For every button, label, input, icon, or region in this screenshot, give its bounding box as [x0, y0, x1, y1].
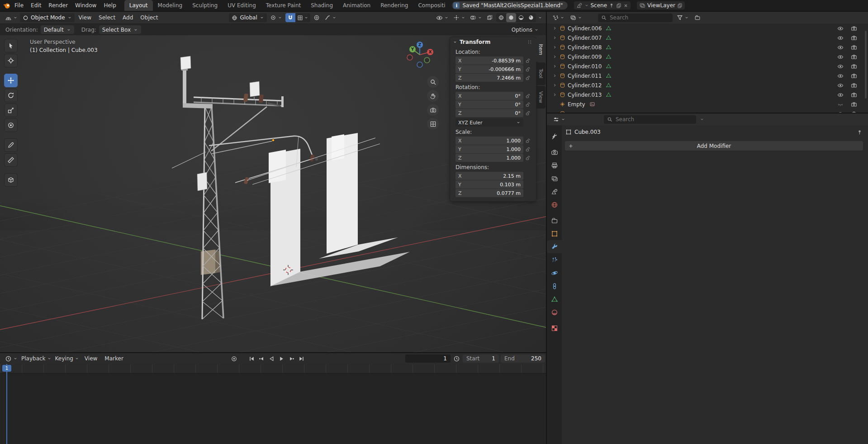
lock-location-y[interactable] [523, 66, 532, 72]
snap-target-selector[interactable] [295, 13, 310, 22]
expand-icon[interactable] [552, 111, 557, 113]
current-frame-field[interactable]: 1 [405, 354, 451, 363]
hide-eye-icon[interactable] [837, 63, 844, 70]
rotation-y-field[interactable]: Y0° [455, 100, 523, 109]
proportional-falloff-selector[interactable] [323, 14, 338, 22]
tab-scene[interactable] [547, 185, 562, 198]
add-modifier-button[interactable]: Add Modifier [564, 141, 863, 151]
sidebar-tab-view[interactable]: View [536, 86, 545, 109]
scene-name[interactable]: Scene [591, 2, 607, 9]
tab-view-layer[interactable] [547, 172, 562, 185]
workspace-tab-texture-paint[interactable]: Texture Paint [261, 0, 306, 11]
xray-toggle[interactable] [485, 14, 494, 22]
workspace-tab-uv-editing[interactable]: UV Editing [223, 0, 261, 11]
disable-render-camera-icon[interactable] [851, 35, 857, 41]
orientation-setting-selector[interactable]: Default [41, 25, 74, 34]
menu-file[interactable]: File [11, 0, 27, 11]
location-y-field[interactable]: Y-0.000666 m [455, 65, 523, 73]
view-layer-icon[interactable] [639, 2, 645, 9]
object-name[interactable]: Cylinder.006 [568, 25, 602, 32]
lock-location-z[interactable] [523, 75, 532, 80]
lock-rotation-z[interactable] [523, 110, 532, 116]
expand-icon[interactable] [552, 54, 557, 59]
show-overlays-selector[interactable] [469, 14, 484, 22]
drag-setting-selector[interactable]: Select Box [99, 25, 141, 34]
pan-button[interactable] [427, 90, 439, 102]
tab-particles[interactable] [547, 253, 562, 266]
tab-render[interactable] [547, 146, 562, 159]
disable-render-camera-icon[interactable] [851, 54, 857, 60]
outliner-row-partial[interactable] [547, 109, 868, 113]
grip-icon[interactable] [527, 39, 532, 45]
hide-eye-icon[interactable] [837, 111, 844, 113]
plane-object[interactable] [269, 150, 286, 183]
snap-toggle[interactable] [285, 13, 295, 22]
disable-render-camera-icon[interactable] [851, 101, 857, 108]
outliner-row-cylinder-011[interactable]: Cylinder.011 [547, 71, 868, 80]
unlink-scene-icon[interactable] [623, 3, 628, 8]
editor-type-selector[interactable] [550, 14, 566, 22]
navigation-gizmo[interactable]: Z Y X [406, 41, 434, 69]
menu-view[interactable]: View [76, 14, 95, 21]
workspace-tab-modeling[interactable]: Modeling [153, 0, 188, 11]
chevron-down-icon[interactable] [584, 3, 589, 8]
keying-menu[interactable]: Keying [54, 354, 81, 363]
frame-start-field[interactable]: Start 1 [463, 354, 499, 363]
tool-annotate[interactable] [4, 138, 18, 152]
scale-x-field[interactable]: X1.000 [455, 137, 523, 145]
rotation-mode-selector[interactable]: XYZ Euler [455, 118, 523, 127]
auto-keying-toggle[interactable] [230, 354, 238, 363]
sidebar-tab-tool[interactable]: Tool [536, 62, 545, 85]
tab-output[interactable] [547, 159, 562, 172]
viewport-canvas[interactable]: User Perspective (1) Collection | Cube.0… [0, 35, 546, 352]
editor-type-selector[interactable] [551, 115, 567, 124]
next-keyframe-button[interactable] [287, 354, 296, 363]
properties-search-input[interactable] [615, 116, 689, 123]
hide-eye-icon[interactable] [837, 92, 844, 98]
shading-wireframe-button[interactable] [496, 13, 506, 22]
menu-select[interactable]: Select [95, 14, 119, 21]
transform-orientation-selector[interactable]: Global [229, 13, 266, 22]
perspective-ortho-button[interactable] [427, 118, 439, 130]
gizmo-neg-y-axis[interactable] [424, 57, 430, 63]
playback-menu[interactable]: Playback [20, 354, 53, 363]
play-reverse-button[interactable] [267, 354, 276, 363]
lock-rotation-y[interactable] [523, 102, 532, 107]
disable-render-camera-icon[interactable] [851, 73, 857, 79]
menu-object[interactable]: Object [137, 14, 161, 21]
gizmo-neg-x-axis[interactable] [407, 55, 413, 60]
shading-options-chevron-icon[interactable] [538, 15, 542, 20]
blender-logo-icon[interactable] [3, 1, 11, 9]
playhead-frame-badge[interactable]: 1 [2, 365, 11, 372]
expand-icon[interactable] [552, 45, 557, 50]
lock-scale-y[interactable] [523, 146, 532, 152]
expand-icon[interactable] [552, 64, 557, 69]
timeline-ruler[interactable] [0, 364, 546, 373]
hide-eye-icon[interactable] [837, 44, 844, 51]
tool-cursor[interactable] [4, 54, 18, 67]
outliner-row-cylinder-008[interactable]: Cylinder.008 [547, 43, 868, 52]
disable-render-camera-icon[interactable] [851, 63, 857, 70]
menu-add[interactable]: Add [119, 14, 136, 21]
view-layer-name[interactable]: ViewLayer [647, 2, 675, 9]
outliner-row-cylinder-006[interactable]: Cylinder.006 [547, 24, 868, 33]
workspace-tab-sculpting[interactable]: Sculpting [187, 0, 223, 11]
object-name[interactable]: Cylinder.012 [568, 82, 602, 89]
outliner-row-empty[interactable]: Empty [547, 99, 868, 109]
menu-help[interactable]: Help [100, 0, 119, 11]
camera-view-button[interactable] [427, 104, 439, 116]
scale-z-field[interactable]: Z1.000 [455, 154, 523, 162]
menu-edit[interactable]: Edit [27, 0, 45, 11]
pin-icon[interactable] [609, 3, 614, 8]
editor-type-selector[interactable] [4, 14, 19, 22]
display-mode-selector[interactable] [569, 14, 583, 22]
hide-eye-icon[interactable] [837, 54, 844, 60]
disable-render-camera-icon[interactable] [851, 25, 857, 32]
disable-render-camera-icon[interactable] [851, 92, 857, 98]
tab-modifiers[interactable] [547, 240, 562, 253]
object-name[interactable]: Cylinder.007 [568, 35, 602, 41]
hide-eye-icon[interactable] [837, 35, 844, 41]
scene-icon[interactable] [576, 2, 583, 9]
tool-rotate[interactable] [4, 89, 18, 102]
object-name[interactable]: Cylinder.011 [568, 73, 602, 79]
